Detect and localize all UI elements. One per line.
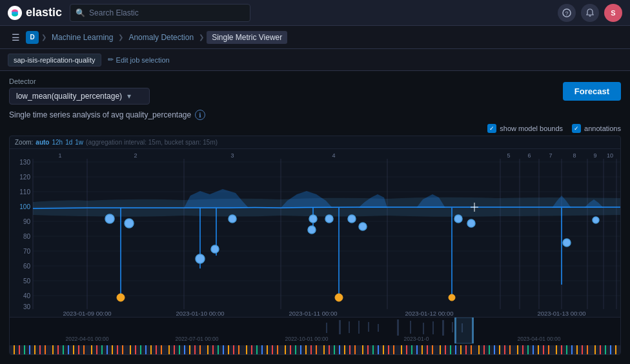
top-nav-right: ? S	[558, 4, 622, 22]
svg-point-69	[211, 245, 219, 253]
main-chart-svg: 130 120 110 100 90 80 70 60 50 40 30	[10, 149, 621, 317]
svg-text:2023-04-01 00:00: 2023-04-01 00:00	[517, 336, 560, 342]
zoom-1w[interactable]: 1w	[75, 139, 83, 146]
elastic-logo-icon	[8, 6, 22, 20]
svg-text:2023-01-10 00:00: 2023-01-10 00:00	[176, 310, 224, 317]
svg-text:1: 1	[58, 152, 61, 159]
svg-text:60: 60	[23, 263, 31, 270]
job-tag: sap-isis-replication-quality	[8, 54, 101, 66]
svg-rect-91	[358, 321, 360, 334]
model-bounds-check: ✓	[487, 124, 496, 133]
timeline-nav[interactable]: 2022-04-01 00:00 2022-07-01 00:00 2022-1…	[10, 317, 620, 354]
search-icon: 🔍	[76, 8, 85, 17]
svg-point-63	[117, 294, 125, 301]
annotations-checkbox[interactable]: ✓ annotations	[572, 124, 621, 133]
top-nav: elastic 🔍 Search Elastic ? S	[0, 0, 630, 26]
svg-text:2: 2	[134, 152, 137, 159]
analysis-row: Single time series analysis of avg quali…	[9, 110, 621, 120]
edit-link-text: Edit job selection	[116, 56, 170, 64]
svg-text:9: 9	[593, 152, 596, 159]
svg-point-70	[229, 215, 236, 223]
svg-point-75	[308, 226, 316, 234]
svg-rect-92	[368, 322, 369, 332]
svg-text:110: 110	[19, 188, 30, 196]
pencil-icon: ✏	[108, 56, 114, 64]
logo: elastic	[8, 6, 62, 20]
chevron-down-icon: ▾	[127, 92, 131, 101]
user-avatar[interactable]: S	[604, 4, 622, 22]
svg-rect-90	[349, 321, 350, 333]
controls-row: ✓ show model bounds ✓ annotations	[9, 124, 621, 133]
svg-text:8: 8	[573, 152, 576, 159]
svg-text:2022-07-01 00:00: 2022-07-01 00:00	[175, 336, 218, 342]
svg-text:90: 90	[23, 218, 31, 225]
show-model-bounds-checkbox[interactable]: ✓ show model bounds	[487, 124, 563, 133]
svg-rect-99	[452, 322, 453, 332]
zoom-label: Zoom:	[15, 139, 33, 146]
svg-rect-96	[423, 323, 424, 334]
detector-select[interactable]: low_mean(quality_percentage) ▾	[9, 88, 150, 105]
svg-text:2023-01-09 00:00: 2023-01-09 00:00	[63, 310, 111, 317]
svg-point-71	[309, 215, 317, 223]
svg-text:2023-01-13 00:00: 2023-01-13 00:00	[537, 310, 585, 317]
svg-rect-95	[410, 321, 411, 334]
svg-point-72	[325, 215, 333, 223]
breadcrumb-bar: ☰ D ❯ Machine Learning ❯ Anomaly Detecti…	[0, 26, 630, 49]
svg-text:2022-04-01 00:00: 2022-04-01 00:00	[65, 336, 108, 342]
model-bounds-label: show model bounds	[500, 125, 563, 132]
detector-label: Detector	[9, 77, 150, 85]
svg-text:10: 10	[607, 152, 613, 159]
svg-rect-94	[397, 319, 399, 336]
svg-point-77	[467, 219, 475, 227]
zoom-auto[interactable]: auto	[36, 139, 49, 146]
svg-text:6: 6	[527, 152, 531, 159]
zoom-1d[interactable]: 1d	[65, 139, 72, 146]
breadcrumb-ml[interactable]: Machine Learning	[49, 32, 116, 43]
search-box[interactable]: 🔍 Search Elastic	[70, 4, 250, 22]
svg-point-67	[125, 219, 134, 228]
zoom-info: (aggregation interval: 15m, bucket span:…	[86, 139, 218, 146]
zoom-bar: Zoom: auto 12h 1d 1w (aggregation interv…	[10, 136, 620, 149]
notifications-icon-btn[interactable]	[581, 4, 599, 22]
svg-rect-2	[12, 12, 18, 14]
sub-bar: sap-isis-replication-quality ✏ Edit job …	[0, 49, 630, 71]
svg-text:120: 120	[19, 174, 30, 181]
edit-job-link[interactable]: ✏ Edit job selection	[108, 56, 170, 64]
zoom-12h[interactable]: 12h	[52, 139, 63, 146]
menu-button[interactable]: ☰	[8, 30, 23, 45]
svg-point-64	[335, 294, 343, 301]
svg-text:5: 5	[507, 152, 510, 159]
svg-point-73	[348, 215, 356, 223]
svg-point-79	[593, 217, 599, 223]
chart-svg-area: 130 120 110 100 90 80 70 60 50 40 30	[10, 149, 620, 317]
forecast-button[interactable]: Forecast	[563, 82, 621, 101]
sep2: ❯	[118, 34, 123, 41]
detector-row: Detector low_mean(quality_percentage) ▾ …	[9, 77, 621, 105]
help-icon-btn[interactable]: ?	[558, 4, 576, 22]
breadcrumb-ad[interactable]: Anomaly Detection	[126, 32, 196, 43]
svg-rect-106	[455, 318, 473, 343]
analysis-title: Single time series analysis of avg quali…	[9, 110, 191, 119]
svg-text:50: 50	[23, 278, 31, 285]
svg-point-74	[359, 223, 367, 230]
svg-text:2023-01-11 00:00: 2023-01-11 00:00	[289, 310, 337, 317]
logo-text: elastic	[26, 6, 62, 19]
annotations-label: annotations	[584, 125, 621, 132]
svg-rect-97	[432, 321, 434, 334]
search-placeholder: Search Elastic	[89, 8, 139, 17]
svg-rect-89	[339, 320, 341, 334]
detector-group: Detector low_mean(quality_percentage) ▾	[9, 77, 150, 105]
breadcrumb-badge: D	[26, 31, 39, 44]
svg-point-78	[563, 239, 571, 247]
svg-text:3: 3	[230, 152, 234, 159]
svg-rect-88	[326, 323, 327, 333]
svg-text:70: 70	[23, 248, 31, 255]
svg-text:80: 80	[23, 233, 31, 240]
svg-point-66	[105, 214, 114, 223]
info-icon[interactable]: ℹ	[195, 110, 205, 120]
timeline-mini-svg: 2022-04-01 00:00 2022-07-01 00:00 2022-1…	[10, 318, 620, 345]
svg-text:2022-10-01 00:00: 2022-10-01 00:00	[285, 336, 328, 342]
annotations-check: ✓	[572, 124, 581, 133]
svg-text:?: ?	[565, 10, 568, 17]
svg-rect-5	[589, 15, 591, 17]
